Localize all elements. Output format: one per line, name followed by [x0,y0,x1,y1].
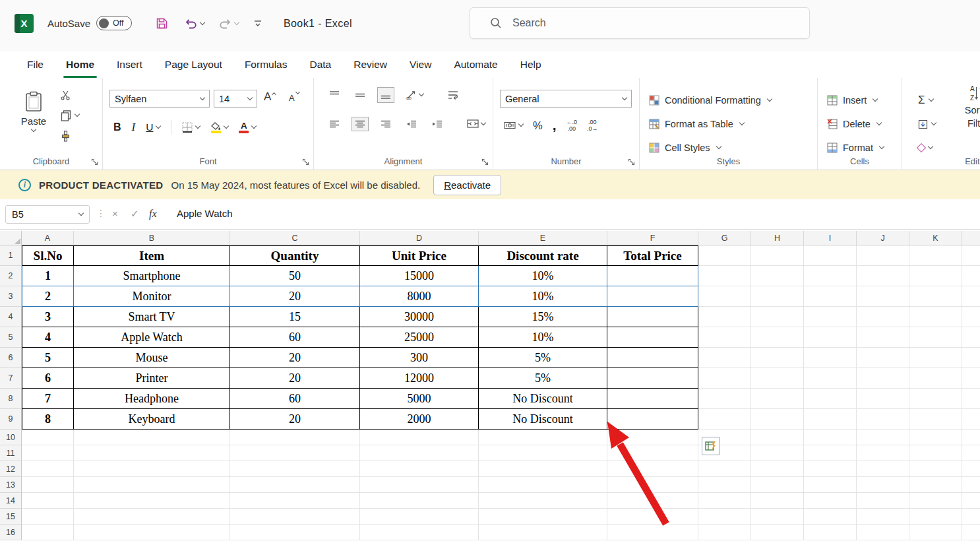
cell-F1[interactable]: Total Price [607,245,698,266]
column-header-I[interactable]: I [804,231,857,245]
format-chevron-icon[interactable] [879,144,884,149]
cell-D9[interactable]: 2000 [360,409,479,430]
cell-L9[interactable] [962,409,980,430]
delete-chevron-icon[interactable] [876,120,882,125]
underline-chevron-icon[interactable] [156,123,161,129]
cell-I14[interactable] [804,493,857,509]
cell-E3[interactable]: 10% [479,286,607,307]
cell-C14[interactable] [230,493,360,509]
percent-style-button[interactable]: % [533,119,543,132]
cell-J6[interactable] [857,348,909,368]
cell-K14[interactable] [909,493,962,509]
column-header-E[interactable]: E [479,231,607,245]
row-header-9[interactable]: 9 [0,409,22,430]
cell-styles-button[interactable]: Cell Styles [649,140,721,156]
cell-F5[interactable] [607,327,698,348]
format-as-table-chevron-icon[interactable] [739,120,744,125]
cell-C4[interactable]: 15 [230,307,360,327]
cell-D6[interactable]: 300 [360,348,479,368]
cell-A3[interactable]: 2 [22,286,74,307]
cancel-icon[interactable]: × [112,208,118,219]
cell-L1[interactable] [962,245,980,266]
increase-font-size-button[interactable]: A [264,90,276,104]
conditional-formatting-button[interactable]: Conditional Formatting [649,92,772,108]
align-middle-button[interactable] [352,87,369,103]
save-button[interactable] [156,17,168,30]
borders-button[interactable] [182,122,200,133]
cell-K12[interactable] [909,461,962,477]
cell-H8[interactable] [751,389,804,409]
fill-chevron-icon[interactable] [931,120,936,125]
increase-decimal-button[interactable]: ←.0 .00 [567,119,578,132]
borders-chevron-icon[interactable] [195,123,200,129]
align-bottom-button[interactable] [377,87,394,103]
cell-D8[interactable]: 5000 [360,389,479,409]
cell-K1[interactable] [909,245,962,266]
cell-E1[interactable]: Discount rate [479,245,607,266]
cell-A5[interactable]: 4 [22,327,74,348]
redo-button[interactable] [219,18,239,29]
italic-button[interactable]: I [132,121,136,134]
font-name-select[interactable]: Sylfaen [109,90,210,108]
cell-G8[interactable] [698,389,751,409]
undo-chevron-icon[interactable] [200,20,205,25]
cell-D16[interactable] [360,525,479,540]
cell-I11[interactable] [804,445,857,461]
cell-L2[interactable] [962,266,980,286]
cell-E6[interactable]: 5% [479,348,607,368]
autosave-toggle[interactable]: Off [96,16,132,30]
formula-input[interactable]: Apple Watch [177,208,233,219]
cell-G6[interactable] [698,348,751,368]
cell-J13[interactable] [857,477,909,493]
cell-B14[interactable] [74,493,230,509]
cell-J8[interactable] [857,389,909,409]
row-header-16[interactable]: 16 [0,525,22,540]
cell-I8[interactable] [804,389,857,409]
cell-L16[interactable] [962,525,980,540]
cell-H15[interactable] [751,509,804,525]
cell-B2[interactable]: Smartphone [74,266,230,286]
redo-chevron-icon[interactable] [234,20,239,25]
cell-E5[interactable]: 10% [479,327,607,348]
cell-I7[interactable] [804,368,857,389]
cell-I4[interactable] [804,307,857,327]
cell-A15[interactable] [22,509,74,525]
column-header-C[interactable]: C [230,231,360,245]
column-header-extra[interactable] [962,231,980,245]
align-top-button[interactable] [326,87,343,103]
cell-F7[interactable] [607,368,698,389]
cell-K10[interactable] [909,430,962,445]
excel-logo-icon[interactable]: X [15,14,34,33]
cell-styles-chevron-icon[interactable] [716,144,721,149]
conditional-formatting-chevron-icon[interactable] [767,96,772,102]
row-header-13[interactable]: 13 [0,477,22,493]
orientation-chevron-icon[interactable] [419,91,424,96]
tab-home[interactable]: Home [55,51,106,78]
cell-A12[interactable] [22,461,74,477]
column-header-K[interactable]: K [909,231,962,245]
cell-L6[interactable] [962,348,980,368]
cell-A13[interactable] [22,477,74,493]
copy-button[interactable] [61,110,79,121]
comma-style-button[interactable]: , [553,121,557,129]
cell-I15[interactable] [804,509,857,525]
cell-K8[interactable] [909,389,962,409]
cell-H7[interactable] [751,368,804,389]
reactivate-button[interactable]: Reactivate [433,175,501,195]
cell-H2[interactable] [751,266,804,286]
cell-F4[interactable] [607,307,698,327]
cell-C1[interactable]: Quantity [230,245,360,266]
orientation-button[interactable]: ab [403,87,427,103]
decrease-font-size-button[interactable]: A [289,93,299,103]
cell-D10[interactable] [360,430,479,445]
copy-chevron-icon[interactable] [75,112,80,117]
align-center-button[interactable] [352,117,369,131]
autosum-button[interactable]: Σ [918,92,933,108]
cell-J2[interactable] [857,266,909,286]
wrap-text-button[interactable] [444,87,462,103]
cell-E8[interactable]: No Discount [479,389,607,409]
cell-F8[interactable] [607,389,698,409]
row-header-5[interactable]: 5 [0,327,22,348]
cell-H16[interactable] [751,525,804,540]
tab-formulas[interactable]: Formulas [233,51,299,78]
